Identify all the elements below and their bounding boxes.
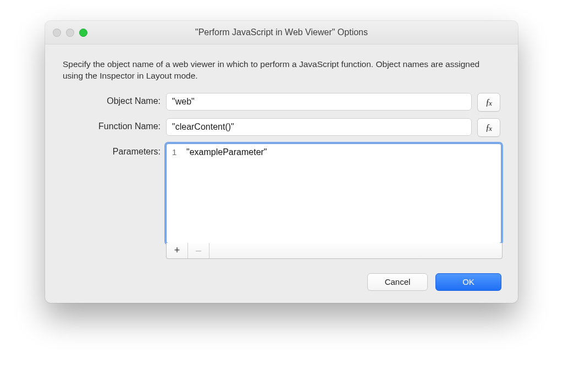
ok-button[interactable]: OK xyxy=(435,273,501,291)
object-name-fx-button[interactable]: ƒx xyxy=(477,93,500,112)
parameter-row[interactable]: 1 "exampleParameter" xyxy=(167,144,501,161)
parameter-value: "exampleParameter" xyxy=(184,147,267,157)
function-name-input[interactable] xyxy=(166,118,472,136)
function-name-fx-button[interactable]: ƒx xyxy=(477,118,500,137)
parameters-area: 1 "exampleParameter" + – xyxy=(166,143,501,259)
minus-icon: – xyxy=(196,245,201,256)
window-title: "Perform JavaScript in Web Viewer" Optio… xyxy=(195,27,368,37)
add-parameter-button[interactable]: + xyxy=(167,243,188,258)
window-controls xyxy=(53,21,87,44)
parameters-toolbar: + – xyxy=(166,243,503,259)
dialog-footer: Cancel OK xyxy=(62,273,501,291)
plus-icon: + xyxy=(174,245,180,256)
minimize-icon[interactable] xyxy=(66,29,74,37)
close-icon[interactable] xyxy=(53,29,61,37)
dialog-window: "Perform JavaScript in Web Viewer" Optio… xyxy=(45,21,518,303)
cancel-button[interactable]: Cancel xyxy=(367,273,428,291)
options-form: Object Name: ƒx Function Name: ƒx Parame… xyxy=(62,93,501,259)
remove-parameter-button[interactable]: – xyxy=(188,243,209,258)
dialog-content: Specify the object name of a web viewer … xyxy=(45,45,518,303)
parameter-line-number: 1 xyxy=(171,147,184,157)
description-text: Specify the object name of a web viewer … xyxy=(63,59,500,82)
object-name-input[interactable] xyxy=(166,93,472,111)
titlebar: "Perform JavaScript in Web Viewer" Optio… xyxy=(45,21,518,45)
parameters-label: Parameters: xyxy=(62,143,161,157)
zoom-icon[interactable] xyxy=(79,29,87,37)
function-name-label: Function Name: xyxy=(62,118,161,131)
object-name-label: Object Name: xyxy=(62,93,161,106)
parameters-toolbar-spacer xyxy=(209,243,502,258)
parameters-list[interactable]: 1 "exampleParameter" xyxy=(166,143,501,244)
